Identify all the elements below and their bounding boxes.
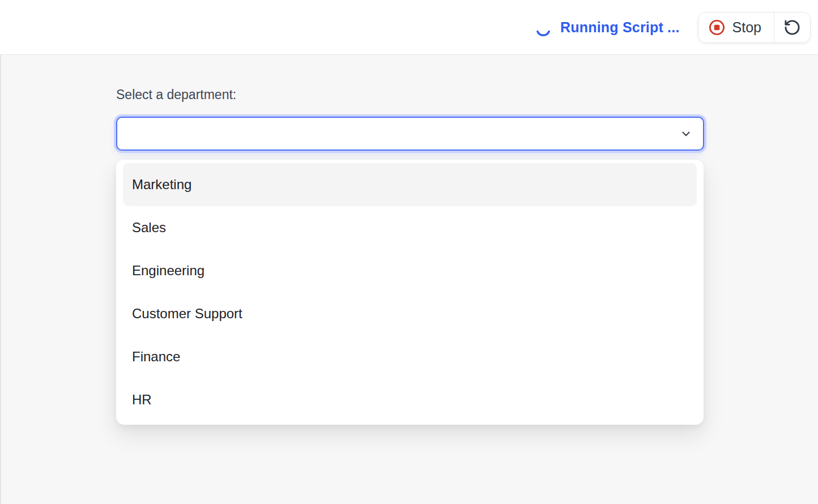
department-dropdown-menu: MarketingSalesEngineeringCustomer Suppor… [116,160,704,425]
script-output-panel: Select a department: MarketingSalesEngin… [0,55,818,504]
running-status: Running Script ... [535,17,680,37]
chevron-down-icon [680,127,692,140]
spinner-arc-icon [535,22,551,37]
department-select[interactable] [116,117,704,151]
dropdown-option-finance[interactable]: Finance [123,335,697,378]
stop-circle-icon [709,19,725,36]
reset-button[interactable] [774,12,810,42]
top-bar: Running Script ... Stop [0,0,818,55]
dropdown-option-sales[interactable]: Sales [123,206,697,249]
dropdown-option-customer-support[interactable]: Customer Support [123,292,697,335]
stop-button[interactable]: Stop [698,12,774,42]
stop-button-label: Stop [732,19,761,36]
department-field-label: Select a department: [116,87,818,102]
dropdown-option-marketing[interactable]: Marketing [123,163,697,206]
dropdown-option-hr[interactable]: HR [123,378,697,421]
script-controls-group: Stop [698,12,811,43]
dropdown-option-engineering[interactable]: Engineering [123,249,697,292]
running-status-label: Running Script ... [560,19,680,36]
rotate-ccw-icon [783,19,801,36]
